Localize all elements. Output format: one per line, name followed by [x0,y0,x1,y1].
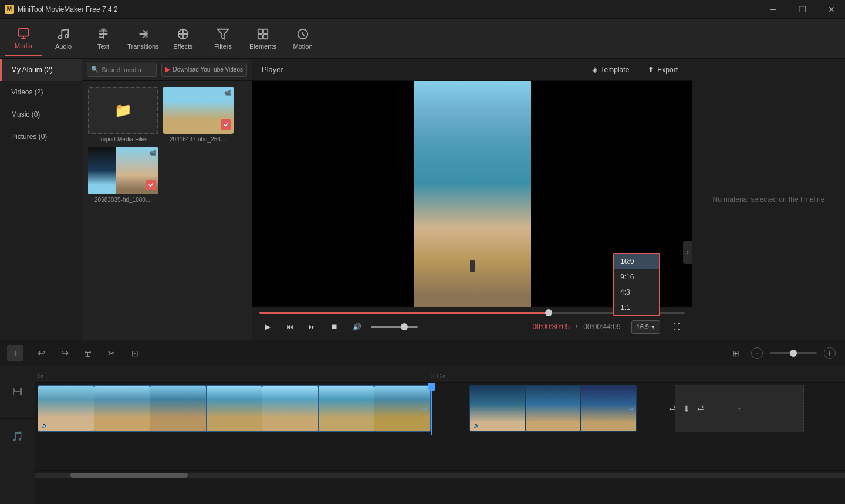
svg-rect-0 [19,28,29,36]
fullscreen-button[interactable]: ⛶ [668,319,685,335]
search-box[interactable]: 🔍 Search media [87,63,157,77]
clip-sound-icon: 🔊 [41,422,48,428]
import-media-thumb: 📁 [88,87,158,134]
sidebar-item-my-album[interactable]: My Album (2) [0,59,82,81]
sidebar-item-music[interactable]: Music (0) [0,103,82,126]
aspect-option-1-1[interactable]: 1:1 [614,300,659,315]
clip-2-arrow-icon: → [627,405,634,413]
import-media-item[interactable]: 📁 Import Media Files [88,87,158,143]
player-header: Player ◈ Template ⬆ Export [252,59,692,81]
svg-point-1 [59,35,62,39]
sidebar-item-videos[interactable]: Videos (2) [0,81,82,103]
aspect-option-9-16[interactable]: 9:16 [614,269,659,285]
toolbar-item-media[interactable]: Media [5,21,42,56]
zoom-out-icon: − [751,347,763,359]
youtube-download-button[interactable]: ▶ Download YouTube Videos [161,63,247,77]
undo-button[interactable]: ↩ [33,345,49,361]
seek-fill [259,312,549,314]
motion-label: Motion [293,43,312,50]
skip-forward-button[interactable]: ⏭ [304,319,320,335]
transitions-icon [137,28,150,40]
aspect-ratio-button[interactable]: 16:9 ▾ [631,320,660,334]
media-check-1 [221,119,231,130]
seek-thumb [545,309,552,316]
properties-toggle[interactable]: › [683,241,692,264]
clip-thumb-dark-2 [526,386,581,431]
audio-track-row [35,435,845,471]
delete-button[interactable]: 🗑 [80,345,96,361]
toolbar-item-transitions[interactable]: Transitions [124,21,162,56]
split-icon-sym: ⊞ [732,349,739,358]
svg-rect-5 [258,29,262,33]
audio-track-label: 🎵 [0,419,35,454]
restore-button[interactable]: ❐ [789,0,816,19]
zoom-slider[interactable] [770,352,817,354]
zoom-thumb [790,350,797,357]
video-camera-icon-2: 📹 [149,150,156,156]
playhead[interactable] [431,383,432,435]
export-button[interactable]: ⬆ Export [643,63,682,76]
toolbar-item-audio[interactable]: Audio [45,21,82,56]
media-label-2: 20683835-hd_1080.... [88,197,158,203]
minimize-button[interactable]: ─ [759,0,786,19]
skip-back-button[interactable]: ⏮ [282,319,298,335]
player-controls: ▶ ⏮ ⏭ ⏹ 🔊 00:00:30:05 / 00:00:44:09 [252,307,692,340]
clip-reverse-button[interactable]: ⇄ [669,403,676,415]
toolbar-item-filters[interactable]: Filters [204,21,242,56]
sidebar-item-pictures[interactable]: Pictures (0) [0,126,82,148]
clip-2-expand-icon[interactable]: → [627,405,634,413]
toolbar-item-text[interactable]: Text [84,21,122,56]
aspect-option-4-3[interactable]: 4:3 [614,285,659,300]
toolbar-item-motion[interactable]: Motion [284,21,322,56]
export-label: Export [657,66,678,74]
toolbar-item-effects[interactable]: Effects [164,21,202,56]
transitions-label: Transitions [127,43,158,50]
import-folder-icon: 📁 [114,102,132,119]
cut-button[interactable]: ✂ [103,345,120,361]
clip-expand-icon[interactable]: → [421,405,428,413]
audio-label: Audio [55,43,72,50]
video-clip-1[interactable]: 🔊 → [38,385,431,432]
volume-slider[interactable] [371,326,418,328]
app-title: MiniTool MovieMaker Free 7.4.2 [18,5,840,13]
chevron-down-icon: ▾ [651,323,655,331]
close-button[interactable]: ✕ [818,0,845,19]
zoom-controls: ⊞ − + [728,345,838,361]
list-item[interactable]: 📹 20416437-uhd_256.... [163,87,234,143]
aspect-ratio-dropdown[interactable]: 16:9 ▾ 16:9 9:16 4:3 1:1 [631,320,660,334]
zoom-out-button[interactable]: − [749,345,765,361]
svg-marker-4 [218,29,228,39]
volume-button[interactable]: 🔊 [349,319,365,335]
list-item[interactable]: 📹 20683835-hd_1080.... [88,147,158,203]
audio-icon [57,28,70,40]
timeline-area: + ↩ ↪ 🗑 ✂ ⊡ ⊞ − + [0,340,845,504]
timeline-content: 0s 30.2s 🔊 [35,366,845,504]
zoom-in-button[interactable]: + [822,345,838,361]
timeline-tracks: 🎞 🎵 0s 30.2s [0,366,845,504]
aspect-option-16-9[interactable]: 16:9 [614,254,659,269]
undo-icon: ↩ [38,347,45,358]
clip-export-button[interactable]: ⇄ [697,403,704,415]
import-media-label: Import Media Files [88,136,158,143]
text-label: Text [97,43,109,50]
video-track-row: 🔊 → 🔊 → [35,383,845,435]
video-clip-2[interactable]: 🔊 → [469,385,637,432]
stop-button[interactable]: ⏹ [326,319,343,335]
track-labels: 🎞 🎵 [0,366,35,504]
clip-download-button[interactable]: ⬇ [680,403,694,415]
horizontal-scrollbar[interactable] [35,473,845,478]
crop-button[interactable]: ⊡ [127,345,143,361]
skip-forward-icon: ⏭ [309,323,316,331]
svg-rect-7 [258,34,262,38]
template-button[interactable]: ◈ Template [587,63,634,76]
play-button[interactable]: ▶ [259,319,276,335]
aspect-ratio-menu: 16:9 9:16 4:3 1:1 [613,253,660,316]
video-camera-icon: 📹 [224,89,231,96]
redo-icon: ↪ [61,347,69,358]
sidebar: My Album (2) Videos (2) Music (0) Pictur… [0,59,82,340]
fullscreen-icon: ⛶ [673,323,680,331]
titlebar: M MiniTool MovieMaker Free 7.4.2 ─ ❐ ✕ [0,0,845,19]
add-media-button[interactable]: + [7,345,23,361]
toolbar-item-elements[interactable]: Elements [244,21,282,56]
redo-button[interactable]: ↪ [56,345,73,361]
